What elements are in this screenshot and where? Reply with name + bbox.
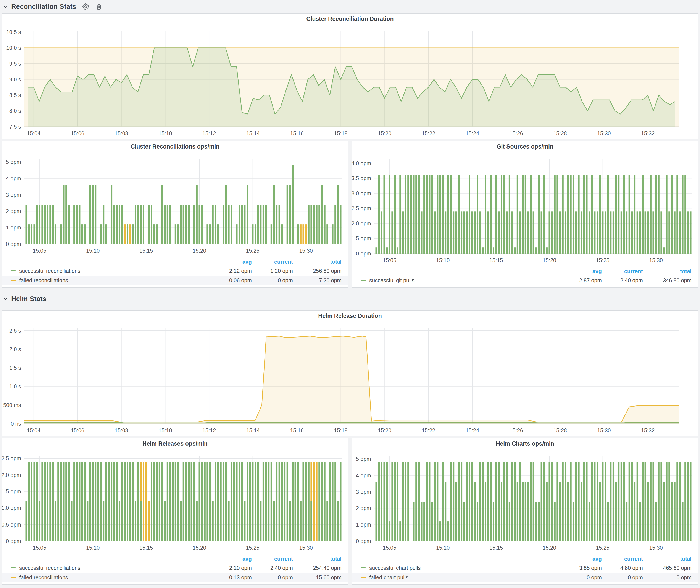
legend-row[interactable]: successful git pulls2.87 opm2.40 opm346.… <box>352 276 698 285</box>
svg-text:0 opm: 0 opm <box>6 241 21 247</box>
svg-text:15:30: 15:30 <box>649 257 663 263</box>
svg-text:3.0 opm: 3.0 opm <box>352 190 371 196</box>
svg-text:15:05: 15:05 <box>33 248 47 254</box>
legend-col-current[interactable]: current <box>252 556 293 562</box>
legend-value: 346.80 opm <box>643 277 692 284</box>
panel-title: Helm Releases ops/min <box>2 438 348 449</box>
legend-col-avg[interactable]: avg <box>561 268 602 275</box>
svg-text:15:20: 15:20 <box>543 257 556 263</box>
panel-helm-releases-opm: Helm Releases ops/min 0 opm0.5 opm1.0 op… <box>2 438 348 585</box>
series-label[interactable]: failed reconciliations <box>19 574 68 581</box>
legend-col-avg[interactable]: avg <box>211 556 252 562</box>
section-header-reconciliation-stats[interactable]: Reconciliation Stats <box>2 0 698 13</box>
legend-row[interactable]: failed reconciliations0.06 opm0 opm7.20 … <box>2 276 348 285</box>
series-label[interactable]: successful git pulls <box>369 277 414 284</box>
legend-col-total[interactable]: total <box>643 268 692 275</box>
dashboard: Reconciliation Stats Cluster Reconciliat… <box>0 0 700 585</box>
section-header-helm-stats[interactable]: Helm Stats <box>2 288 698 310</box>
svg-text:2 opm: 2 opm <box>6 208 21 214</box>
legend-value: 3.85 opm <box>561 565 602 571</box>
svg-text:15:08: 15:08 <box>115 427 128 433</box>
legend-col-avg[interactable]: avg <box>561 556 602 562</box>
cluster-reconciliation-duration-chart[interactable]: 7.5 s8.0 s8.5 s9.0 s9.5 s10.0 s10.5 s15:… <box>2 24 698 139</box>
legend-row[interactable]: failed chart pulls0 opm0 opm0 opm <box>352 573 698 582</box>
svg-text:15:10: 15:10 <box>436 545 450 551</box>
legend-col-total[interactable]: total <box>643 556 692 562</box>
svg-text:15:16: 15:16 <box>290 130 304 136</box>
svg-text:15:14: 15:14 <box>246 427 260 433</box>
legend-row[interactable]: failed reconciliations0.13 opm0 opm15.60… <box>2 573 348 582</box>
series-swatch <box>361 577 366 578</box>
legend: avgcurrenttotalsuccessful chart pulls3.8… <box>352 554 698 584</box>
svg-text:1.5 opm: 1.5 opm <box>352 235 371 241</box>
series-label[interactable]: successful reconciliations <box>19 565 80 571</box>
svg-text:0 opm: 0 opm <box>6 538 21 544</box>
legend-col-total[interactable]: total <box>293 556 342 562</box>
legend-header: avgcurrenttotal <box>352 554 698 563</box>
svg-text:15:25: 15:25 <box>246 545 260 551</box>
series-label[interactable]: successful reconciliations <box>19 268 80 274</box>
trash-icon[interactable] <box>95 3 103 10</box>
svg-text:2.0 opm: 2.0 opm <box>352 220 371 226</box>
legend-row[interactable]: successful reconciliations2.12 opm1.20 o… <box>2 266 348 276</box>
chevron-down-icon <box>3 4 8 10</box>
svg-text:15:24: 15:24 <box>466 130 479 136</box>
legend-value: 1.20 opm <box>252 268 293 274</box>
svg-text:15:15: 15:15 <box>139 545 153 551</box>
svg-text:15:20: 15:20 <box>193 248 206 254</box>
svg-text:9.5 s: 9.5 s <box>9 61 21 67</box>
svg-text:2.0 opm: 2.0 opm <box>2 472 21 478</box>
svg-text:3.5 opm: 3.5 opm <box>352 175 371 181</box>
legend-col-current[interactable]: current <box>252 259 293 265</box>
panel-title: Cluster Reconciliations ops/min <box>2 141 348 152</box>
svg-text:15:06: 15:06 <box>71 427 84 433</box>
svg-text:15:20: 15:20 <box>378 427 392 433</box>
svg-text:15:30: 15:30 <box>299 248 313 254</box>
svg-text:4 opm: 4 opm <box>6 175 21 181</box>
svg-text:5 opm: 5 opm <box>356 456 371 462</box>
legend-col-avg[interactable]: avg <box>211 259 252 265</box>
svg-text:3 opm: 3 opm <box>356 489 371 495</box>
helm-charts-opm-chart[interactable]: 0 opm1 opm2 opm3 opm4 opm5 opm15:0515:10… <box>352 449 698 554</box>
legend-value: 254.40 opm <box>293 565 342 571</box>
helm-release-duration-chart[interactable]: 0 ns500 ms1.0 s1.5 s2.0 s2.5 s15:0415:06… <box>2 321 698 436</box>
series-label[interactable]: successful chart pulls <box>369 565 421 571</box>
svg-text:1 opm: 1 opm <box>356 522 371 528</box>
svg-text:8.5 s: 8.5 s <box>9 92 21 98</box>
cluster-reconciliations-opm-chart[interactable]: 0 opm1 opm2 opm3 opm4 opm5 opm15:0515:10… <box>2 152 348 257</box>
panel-helm-charts-opm: Helm Charts ops/min 0 opm1 opm2 opm3 opm… <box>352 438 698 585</box>
svg-text:15:32: 15:32 <box>641 130 655 136</box>
svg-text:4 opm: 4 opm <box>356 472 371 478</box>
helm-releases-opm-chart[interactable]: 0 opm0.5 opm1.0 opm1.5 opm2.0 opm2.5 opm… <box>2 449 348 554</box>
legend-value: 0.06 opm <box>211 277 252 284</box>
series-label[interactable]: failed chart pulls <box>369 574 408 581</box>
series-swatch <box>11 567 16 568</box>
legend-header: avgcurrenttotal <box>2 554 348 563</box>
legend-value: 0 opm <box>561 574 602 581</box>
panel-git-sources-opm: Git Sources ops/min 1.0 opm1.5 opm2.0 op… <box>352 141 698 288</box>
legend-col-current[interactable]: current <box>602 556 643 562</box>
gear-icon[interactable] <box>82 3 90 11</box>
series-label[interactable]: failed reconciliations <box>19 277 68 284</box>
svg-text:15:24: 15:24 <box>466 427 479 433</box>
legend-value: 0 opm <box>602 574 643 581</box>
svg-text:4.0 opm: 4.0 opm <box>352 160 371 166</box>
git-sources-opm-chart[interactable]: 1.0 opm1.5 opm2.0 opm2.5 opm3.0 opm3.5 o… <box>352 152 698 267</box>
legend-col-total[interactable]: total <box>293 259 342 265</box>
svg-text:15:20: 15:20 <box>378 130 392 136</box>
svg-text:1.0 s: 1.0 s <box>9 383 21 389</box>
legend-value: 15.60 opm <box>293 574 342 581</box>
svg-text:2.5 opm: 2.5 opm <box>352 205 371 211</box>
series-swatch <box>11 577 16 578</box>
svg-text:15:14: 15:14 <box>246 130 260 136</box>
legend-col-current[interactable]: current <box>602 268 643 275</box>
svg-text:1.5 s: 1.5 s <box>9 365 21 371</box>
svg-text:15:05: 15:05 <box>383 257 397 263</box>
legend: avgcurrenttotalsuccessful reconciliation… <box>2 257 348 287</box>
legend-row[interactable]: successful chart pulls3.85 opm4.80 opm46… <box>352 563 698 573</box>
legend-row[interactable]: successful reconciliations2.10 opm2.40 o… <box>2 563 348 573</box>
svg-text:15:10: 15:10 <box>158 130 172 136</box>
legend-value: 4.80 opm <box>602 565 643 571</box>
legend-value: 0 opm <box>252 574 293 581</box>
svg-text:15:12: 15:12 <box>202 130 216 136</box>
